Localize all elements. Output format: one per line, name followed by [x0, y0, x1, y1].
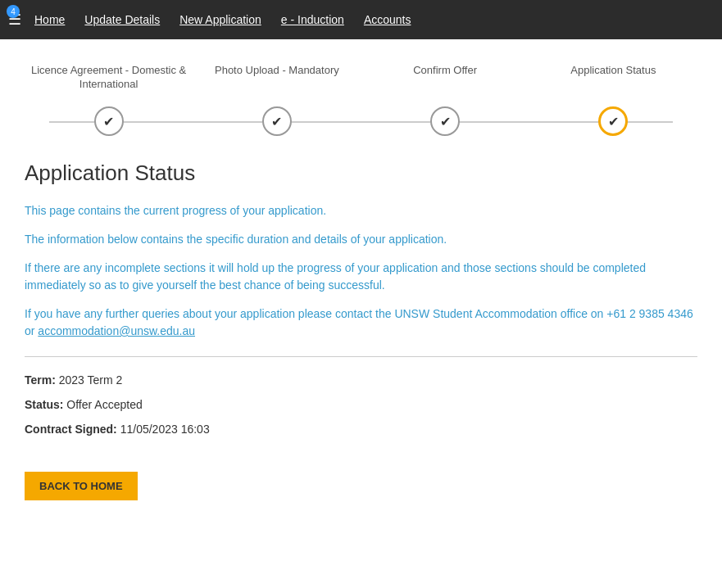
step-2: Photo Upload - Mandatory	[193, 64, 361, 136]
nav-e-induction[interactable]: e - Induction	[281, 13, 344, 26]
status-field: Status: Offer Accepted	[25, 398, 697, 411]
info-text-3: If there are any incomplete sections it …	[25, 260, 697, 294]
back-to-home-button[interactable]: BACK TO HOME	[25, 472, 138, 500]
contract-label: Contract Signed:	[25, 423, 117, 436]
step-3-circle	[430, 106, 460, 136]
info-text-1: This page contains the current progress …	[25, 202, 697, 219]
page-title: Application Status	[25, 161, 697, 186]
nav-badge: 4	[7, 5, 20, 18]
accommodation-email-link[interactable]: accommodation@unsw.edu.au	[38, 324, 195, 337]
step-1-label: Licence Agreement - Domestic & Internati…	[25, 64, 193, 93]
step-2-circle	[262, 106, 292, 136]
main-content: Application Status This page contains th…	[0, 144, 722, 517]
step-3-label: Confirm Offer	[413, 64, 477, 93]
contract-value: 11/05/2023 16:03	[120, 423, 210, 436]
step-4-circle	[598, 106, 628, 136]
progress-steps: Licence Agreement - Domestic & Internati…	[0, 39, 722, 144]
nav-new-application[interactable]: New Application	[179, 13, 261, 26]
term-field: Term: 2023 Term 2	[25, 373, 697, 387]
step-1-circle	[94, 106, 124, 136]
step-2-check	[271, 114, 282, 129]
contract-field: Contract Signed: 11/05/2023 16:03	[25, 423, 697, 436]
nav-links: Home Update Details New Application e - …	[34, 13, 411, 26]
nav-accounts[interactable]: Accounts	[364, 13, 411, 26]
step-4-check	[608, 114, 619, 129]
step-3-check	[440, 114, 451, 129]
nav-home[interactable]: Home	[34, 13, 65, 26]
step-3: Confirm Offer	[361, 64, 529, 136]
info-text-4: If you have any further queries about yo…	[25, 305, 697, 340]
term-label: Term:	[25, 373, 56, 387]
step-1-check	[103, 114, 114, 129]
step-1: Licence Agreement - Domestic & Internati…	[25, 64, 193, 136]
step-2-label: Photo Upload - Mandatory	[215, 64, 339, 93]
step-4: Application Status	[529, 64, 697, 136]
section-divider	[25, 356, 697, 357]
status-value: Offer Accepted	[66, 398, 142, 411]
nav-update-details[interactable]: Update Details	[84, 13, 160, 26]
status-label: Status:	[25, 398, 63, 411]
term-value: 2023 Term 2	[59, 373, 123, 387]
navbar: 4 ☰ Home Update Details New Application …	[0, 0, 722, 39]
step-4-label: Application Status	[570, 64, 656, 93]
info-text-2: The information below contains the speci…	[25, 231, 697, 248]
